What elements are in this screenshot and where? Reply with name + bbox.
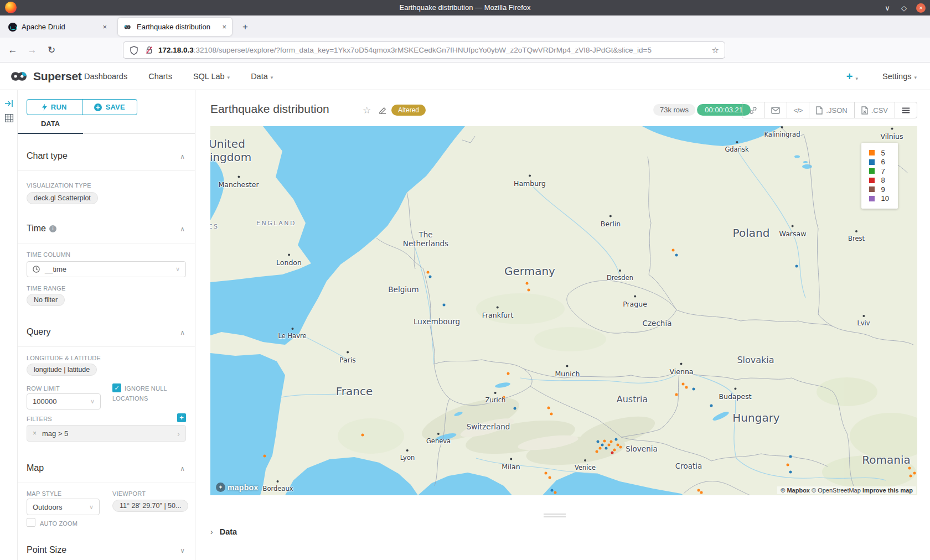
nav-data[interactable]: Data▾ (251, 72, 273, 81)
tab-earthquake-distribution[interactable]: Earthquake distribution × (118, 18, 232, 36)
reload-button[interactable]: ↻ (43, 38, 60, 63)
filters-label: FILTERS (27, 416, 52, 422)
run-button[interactable]: RUN (27, 100, 82, 115)
scatter-point (698, 489, 700, 492)
nav-sql-lab[interactable]: SQL Lab▾ (193, 72, 230, 81)
favorite-star-icon[interactable]: ☆ (363, 105, 371, 116)
filter-chip[interactable]: × mag > 5 › (27, 425, 186, 442)
map-label: Frankfurt (482, 311, 514, 319)
section-point-size[interactable]: Point Size (27, 545, 66, 555)
viz-type-value[interactable]: deck.gl Scatterplot (27, 192, 98, 204)
map-label: Belgium (388, 285, 418, 294)
superset-logo[interactable]: Superset (8, 66, 81, 86)
time-column-select[interactable]: __time ∨ (27, 261, 186, 277)
legend-label: 9 (881, 185, 885, 194)
collapse-caret-icon[interactable]: ∧ (180, 225, 185, 233)
scatter-point (710, 405, 713, 407)
chevron-right-icon: › (210, 527, 213, 536)
ignore-null-checkbox[interactable]: ✓ (112, 383, 121, 392)
caret-down-icon: ▾ (914, 75, 917, 80)
city-dot (237, 176, 240, 178)
map-label: Budapest (719, 392, 751, 401)
mapbox-logo[interactable]: ✶ mapbox (216, 483, 258, 492)
url-bar[interactable]: 172.18.0.3:32108/superset/explore/?form_… (123, 42, 725, 59)
superset-navbar: Superset Dashboards Charts SQL Lab▾ Data… (0, 63, 930, 90)
city-dot (406, 449, 409, 452)
scatter-point (603, 440, 606, 443)
edit-properties-icon[interactable] (379, 106, 387, 117)
tab-apache-druid[interactable]: Apache Druid × (3, 18, 112, 36)
map-label: Venice (575, 464, 596, 471)
view-query-button[interactable]: </> (787, 102, 809, 118)
nav-dashboards[interactable]: Dashboards (84, 72, 127, 81)
browser-tab-bar: Apache Druid × Earthquake distribution ×… (0, 15, 930, 38)
add-filter-button[interactable]: + (177, 413, 186, 422)
resize-drag-handle[interactable] (544, 514, 566, 518)
attribution-mapbox[interactable]: © Mapbox (781, 487, 810, 494)
section-query[interactable]: Query (27, 327, 51, 337)
tab-close-icon[interactable]: × (216, 23, 226, 31)
export-json-button[interactable]: .JSON (809, 102, 854, 118)
attribution-improve[interactable]: Improve this map (862, 487, 913, 494)
insecure-lock-icon[interactable] (146, 46, 153, 54)
altered-badge[interactable]: Altered (391, 105, 426, 116)
scatter-point (596, 450, 598, 453)
map-legend: 5678910 (861, 143, 898, 209)
section-chart-type[interactable]: Chart type (27, 151, 68, 161)
viewport-value[interactable]: 11° 28' 29.70" | 50... (112, 500, 188, 512)
section-time[interactable]: Timei (27, 224, 56, 234)
chart-menu-button[interactable] (895, 102, 917, 118)
city-dot (510, 458, 512, 460)
deckgl-map[interactable]: United KingdomManchesterENGLANDESLondonL… (210, 126, 917, 495)
back-button[interactable]: ← (4, 38, 21, 63)
collapse-caret-icon[interactable]: ∨ (180, 547, 185, 554)
bookmark-star-icon[interactable]: ☆ (712, 45, 719, 55)
tab-close-icon[interactable]: × (97, 23, 107, 31)
map-label: Milan (502, 463, 520, 471)
row-limit-label: ROW LIMIT (27, 385, 60, 392)
add-new-button[interactable]: +▾ (846, 70, 858, 83)
window-minimize-button[interactable]: ∨ (883, 4, 892, 12)
tracking-protection-shield-icon[interactable] (130, 46, 138, 55)
copy-link-button[interactable] (742, 102, 764, 118)
new-tab-button[interactable]: + (238, 20, 252, 34)
email-button[interactable] (764, 102, 787, 118)
window-maximize-button[interactable]: ◇ (900, 4, 908, 12)
chevron-right-icon[interactable]: › (177, 429, 185, 438)
collapse-caret-icon[interactable]: ∧ (180, 329, 185, 336)
auto-zoom-checkbox[interactable] (27, 518, 35, 527)
settings-menu[interactable]: Settings▾ (882, 72, 917, 81)
dataset-grid-icon[interactable] (4, 113, 14, 125)
lonlat-value[interactable]: longitude | latitude (27, 364, 97, 376)
row-limit-select[interactable]: 100000 ∨ (27, 393, 101, 409)
collapse-caret-icon[interactable]: ∧ (180, 465, 185, 473)
export-csv-button[interactable]: .CSV (854, 102, 895, 118)
collapse-caret-icon[interactable]: ∧ (180, 153, 185, 160)
scatter-point (613, 449, 616, 452)
clock-icon (33, 266, 40, 273)
map-label: Hamburg (514, 179, 546, 188)
window-close-button[interactable]: × (916, 3, 926, 13)
city-dot (529, 175, 531, 177)
tab-data[interactable]: DATA (18, 115, 83, 134)
time-range-value[interactable]: No filter (27, 294, 65, 306)
forward-button[interactable]: → (24, 38, 40, 63)
map-style-select[interactable]: Outdoors ∨ (27, 499, 100, 515)
attribution-osm[interactable]: © OpenStreetMap (812, 487, 861, 494)
map-label: Paris (339, 356, 356, 364)
scatter-point (619, 446, 622, 449)
save-button[interactable]: SAVE (82, 100, 137, 115)
ignore-null-label-2: LOCATIONS (112, 395, 148, 402)
section-map[interactable]: Map (27, 463, 44, 473)
scatter-point (601, 444, 604, 447)
scatter-point (610, 440, 613, 443)
scatter-point (545, 472, 547, 475)
scatter-point (599, 447, 602, 450)
scatter-point (617, 444, 619, 447)
remove-filter-icon[interactable]: × (27, 429, 42, 437)
legend-swatch (869, 150, 875, 155)
data-panel-toggle[interactable]: › Data (210, 527, 237, 536)
nav-charts[interactable]: Charts (148, 72, 172, 81)
expand-panel-icon[interactable] (4, 99, 13, 110)
legend-list: 5678910 (869, 148, 889, 203)
